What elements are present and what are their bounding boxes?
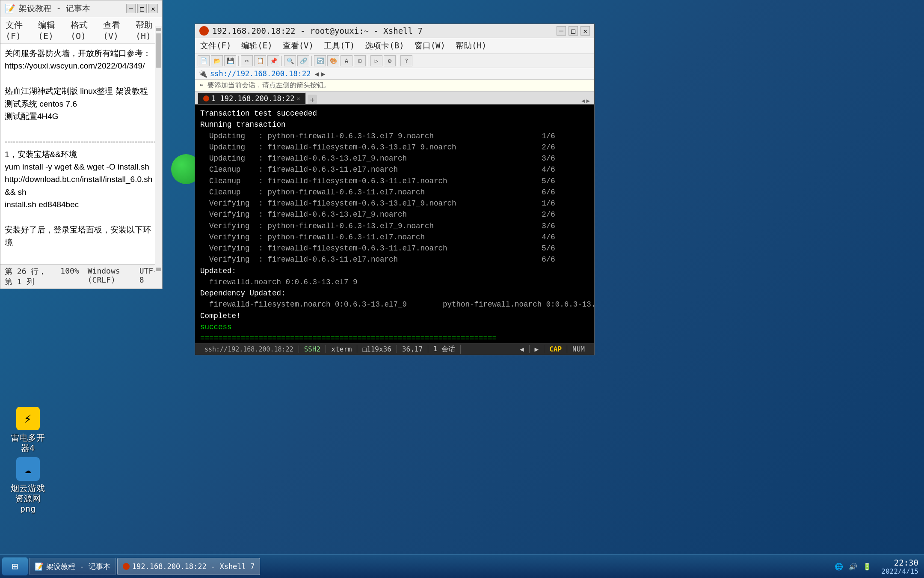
terminal-line: firewalld.noarch 0:0.6.3-13.el7_9 [200, 277, 589, 288]
status-caps: CAP [544, 345, 567, 353]
tab-scroll-left[interactable]: ◀ [581, 97, 585, 104]
taskbar-notepad-icon: 📝 [35, 562, 44, 571]
addr-label: 🔌 [198, 69, 207, 78]
xshell-title-icon [199, 26, 209, 36]
toolbar-btn-open[interactable]: 📂 [211, 55, 223, 66]
toolbar-sep-2 [281, 56, 282, 66]
toolbar-btn-color[interactable]: 🎨 [327, 55, 339, 66]
toolbar-sep-3 [311, 56, 312, 66]
toolbar-btn-copy[interactable]: 📋 [254, 55, 266, 66]
notepad-zoom: 100% [60, 266, 79, 287]
terminal-line: Complete! [200, 310, 589, 322]
terminal-line: success [200, 322, 589, 333]
systray-battery: 🔋 [861, 563, 873, 571]
status-size: □119x36 [357, 345, 397, 353]
status-cursor: 36,17 [397, 345, 428, 353]
thunder-icon: ⚡ [16, 407, 40, 430]
tab-scroll-right[interactable]: ▶ [586, 97, 590, 104]
notepad-menu-format[interactable]: 格式(O) [69, 18, 94, 42]
tab-add-button[interactable]: + [308, 95, 317, 104]
taskbar: ⊞ 📝 架设教程 - 记事本 192.168.200.18:22 - Xshel… [0, 554, 924, 578]
toolbar-btn-paste[interactable]: 📌 [267, 55, 279, 66]
xshell-menu-edit[interactable]: 编辑(E) [240, 39, 274, 52]
taskbar-clock[interactable]: 22:30 2022/4/15 [878, 558, 922, 575]
addr-nav-left[interactable]: ◀ [313, 70, 320, 78]
toolbar-btn-help[interactable]: ? [400, 55, 412, 66]
taskbar-xshell-icon [123, 563, 130, 570]
notepad-menubar: 文件(F) 编辑(E) 格式(O) 查看(V) 帮助(H) [0, 17, 162, 44]
toolbar-btn-save[interactable]: 💾 [224, 55, 236, 66]
terminal-line: Verifying : python-firewall-0.6.3-13.el7… [200, 220, 589, 232]
notepad-title: 架设教程 - 记事本 [19, 3, 123, 14]
addr-value[interactable]: ssh://192.168.200.18:22 [210, 69, 311, 78]
taskbar-notepad-label: 架设教程 - 记事本 [46, 562, 110, 572]
taskbar-xshell[interactable]: 192.168.200.18:22 - Xshell 7 [117, 558, 261, 575]
toolbar-btn-font[interactable]: A [341, 55, 352, 66]
terminal-line: Verifying : firewalld-filesystem-0.6.3-1… [200, 198, 589, 209]
xshell-titlebar: 192.168.200.18:22 - root@youxi:~ - Xshel… [195, 24, 594, 38]
status-terminal: xterm [326, 345, 357, 353]
toolbar-btn-search[interactable]: 🔍 [284, 55, 296, 66]
xshell-tab-1[interactable]: 1 192.168.200.18:22 ✕ [198, 92, 306, 104]
notepad-maximize-button[interactable]: □ [137, 4, 147, 13]
xshell-menu-view[interactable]: 查看(V) [281, 39, 315, 52]
notepad-window: 📝 架设教程 - 记事本 ─ □ ✕ 文件(F) 编辑(E) 格式(O) 查看(… [0, 0, 163, 289]
notepad-content[interactable]: 关闭服务器防火墙，开放所有端口参考： https://youxi.wscyun.… [0, 44, 162, 264]
toolbar-btn-refresh[interactable]: 🔄 [314, 55, 326, 66]
toolbar-sep-4 [368, 56, 368, 66]
terminal-line: Updating : firewalld-filesystem-0.6.3-13… [200, 142, 589, 153]
taskbar-xshell-label: 192.168.200.18:22 - Xshell 7 [132, 562, 255, 571]
xshell-addressbar: 🔌 ssh://192.168.200.18:22 ◀ ▶ [195, 68, 594, 80]
info-text: 要添加当前会话，请点左侧的箭头按钮。 [207, 81, 331, 89]
notepad-menu-edit[interactable]: 编辑(E) [36, 18, 61, 42]
xshell-tabs: 1 192.168.200.18:22 ✕ + ◀ ▶ [195, 92, 594, 104]
systray-volume: 🔊 [847, 563, 859, 571]
terminal-line: Verifying : python-firewall-0.6.3-11.el7… [200, 232, 589, 243]
taskbar-notepad[interactable]: 📝 架设教程 - 记事本 [29, 558, 116, 575]
xshell-statusbar: ssh://192.168.200.18:22 SSH2 xterm □119x… [195, 343, 594, 355]
xshell-title: 192.168.200.18:22 - root@youxi:~ - Xshel… [212, 26, 553, 36]
xshell-menu-help[interactable]: 帮助(H) [454, 39, 488, 52]
status-num: NUM [567, 345, 590, 353]
desktop-icon-cloud[interactable]: ☁ 烟云游戏资源网png [9, 457, 47, 514]
xshell-menu-tab[interactable]: 选项卡(B) [363, 39, 406, 52]
notepad-titlebar: 📝 架设教程 - 记事本 ─ □ ✕ [0, 0, 162, 17]
toolbar-sep-1 [238, 56, 239, 66]
systray-network: 🌐 [833, 563, 845, 571]
notepad-line-col: 第 26 行，第 1 列 [5, 266, 52, 287]
toolbar-btn-connect[interactable]: 🔗 [297, 55, 309, 66]
terminal-line: Updating : firewalld-0.6.3-13.el7_9.noar… [200, 153, 589, 164]
start-button[interactable]: ⊞ [2, 557, 28, 575]
xshell-minimize-button[interactable]: ─ [557, 26, 566, 36]
xshell-maximize-button[interactable]: □ [569, 26, 578, 36]
notepad-scrollbar[interactable] [155, 26, 162, 273]
notepad-statusbar: 第 26 行，第 1 列 100% Windows (CRLF) UTF-8 [0, 264, 162, 289]
notepad-menu-file[interactable]: 文件(F) [4, 18, 29, 42]
notepad-minimize-button[interactable]: ─ [126, 4, 136, 13]
desktop-icon-thunder[interactable]: ⚡ 雷电多开器4 [9, 407, 47, 453]
tab-close-1[interactable]: ✕ [296, 95, 300, 102]
xshell-menu-tools[interactable]: 工具(T) [322, 39, 356, 52]
xshell-menu-window[interactable]: 窗口(W) [413, 39, 447, 52]
toolbar-btn-script[interactable]: ▷ [370, 55, 382, 66]
toolbar-btn-cut[interactable]: ✂ [241, 55, 253, 66]
addr-nav-right[interactable]: ▶ [320, 70, 327, 78]
toolbar-btn-new[interactable]: 📄 [198, 55, 210, 66]
status-sessions: 1 会话 [428, 345, 461, 354]
xshell-toolbar: 📄 📂 💾 ✂ 📋 📌 🔍 🔗 🔄 🎨 A ⊞ ▷ ⚙ ? [195, 54, 594, 68]
status-arrow-left[interactable]: ◀ [515, 345, 530, 353]
terminal-line: firewalld-filesystem.noarch 0:0.6.3-13.e… [200, 299, 589, 310]
xshell-menubar: 文件(F) 编辑(E) 查看(V) 工具(T) 选项卡(B) 窗口(W) 帮助(… [195, 38, 594, 54]
notepad-menu-view[interactable]: 查看(V) [101, 18, 126, 42]
xshell-close-button[interactable]: ✕ [580, 26, 590, 36]
terminal-line: Cleanup : firewalld-0.6.3-11.el7.noarch … [200, 164, 589, 175]
notepad-close-button[interactable]: ✕ [148, 4, 158, 13]
xshell-terminal[interactable]: Transaction test succeededRunning transa… [195, 104, 594, 343]
terminal-line: Verifying : firewalld-0.6.3-11.el7.noarc… [200, 254, 589, 265]
xshell-menu-file[interactable]: 文件(F) [198, 39, 233, 52]
toolbar-btn-layout[interactable]: ⊞ [354, 55, 366, 66]
tab-label-1: 1 192.168.200.18:22 [211, 94, 294, 103]
info-arrow: ⬅ [199, 81, 207, 89]
toolbar-btn-macro[interactable]: ⚙ [384, 55, 396, 66]
status-arrow-right[interactable]: ▶ [530, 345, 545, 353]
